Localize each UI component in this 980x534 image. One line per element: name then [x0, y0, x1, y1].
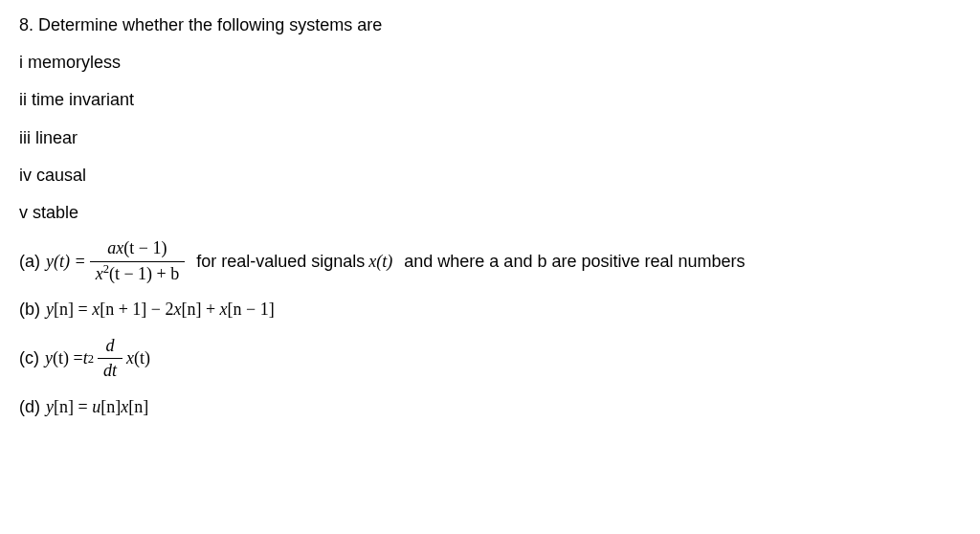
c-rhs-paren: (t): [134, 346, 150, 370]
part-d: (d) y[n] = u[n]x[n]: [19, 395, 961, 419]
c-frac-num: d: [98, 336, 122, 360]
part-a-fraction: ax(t − 1) x2(t − 1) + b: [90, 238, 186, 284]
d-br2: [n]: [100, 397, 121, 416]
part-a-trailing-1: for real-valued signals: [196, 250, 365, 274]
c-t: t: [83, 346, 88, 370]
property-causal: iv causal: [19, 164, 961, 188]
d-x: x: [121, 397, 128, 416]
b-x3: x: [220, 300, 228, 319]
frac-num-var: ax: [107, 238, 123, 257]
frac-den-rest: (t − 1) + b: [109, 264, 179, 283]
question-prompt: Determine whether the following systems …: [38, 15, 382, 34]
c-frac-den: dt: [98, 359, 122, 382]
part-c: (c) y(t) = t2 d dt x(t): [19, 336, 961, 382]
d-br1: [n] =: [54, 397, 92, 416]
part-a: (a) y(t) = ax(t − 1) x2(t − 1) + b for r…: [19, 238, 961, 284]
frac-den-x: x: [96, 264, 103, 283]
question-number: 8.: [19, 15, 33, 34]
part-c-fraction: d dt: [98, 336, 122, 382]
part-a-trailing-2: and where a and b are positive real numb…: [404, 250, 745, 274]
part-a-trailing-math: x(t): [368, 250, 392, 274]
part-a-label: (a): [19, 250, 40, 274]
property-time-invariant: ii time invariant: [19, 88, 961, 112]
part-c-label: (c): [19, 346, 39, 370]
frac-num-paren: (t − 1): [123, 238, 167, 257]
b-br3: [n] +: [181, 300, 219, 319]
property-memoryless: i memoryless: [19, 51, 961, 75]
part-a-lhs: y(t) =: [46, 250, 86, 274]
part-a-denominator: x2(t − 1) + b: [90, 262, 186, 285]
question-header: 8. Determine whether the following syste…: [19, 13, 961, 37]
c-x: x: [126, 346, 134, 370]
part-d-label: (d): [19, 395, 40, 419]
b-br4: [n − 1]: [228, 300, 275, 319]
b-x1: x: [92, 300, 100, 319]
part-a-numerator: ax(t − 1): [90, 238, 186, 262]
d-u: u: [92, 397, 100, 416]
c-lhs-paren: (t) =: [53, 346, 83, 370]
b-br2: [n + 1] − 2: [100, 300, 173, 319]
d-y: y: [46, 397, 54, 416]
b-br1: [n] =: [54, 300, 92, 319]
part-d-expression: y[n] = u[n]x[n]: [46, 395, 148, 419]
c-y: y: [45, 346, 53, 370]
d-br3: [n]: [128, 397, 148, 416]
property-linear: iii linear: [19, 126, 961, 150]
part-b-label: (b): [19, 298, 40, 322]
part-b: (b) y[n] = x[n + 1] − 2x[n] + x[n − 1]: [19, 298, 961, 322]
b-y: y: [46, 300, 54, 319]
property-stable: v stable: [19, 201, 961, 225]
part-b-expression: y[n] = x[n + 1] − 2x[n] + x[n − 1]: [46, 298, 275, 322]
inline-xt: x(t): [368, 252, 392, 271]
